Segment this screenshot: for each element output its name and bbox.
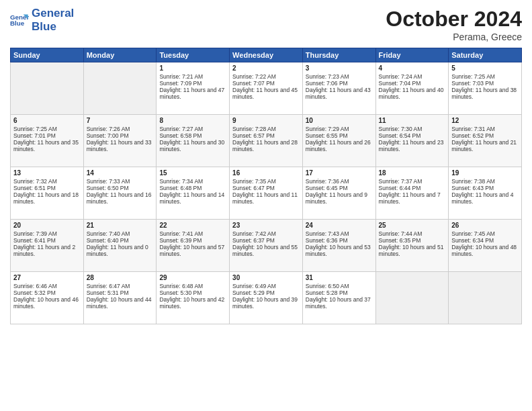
day-cell: 7Sunrise: 7:26 AMSunset: 7:00 PMDaylight…	[83, 115, 157, 167]
sunrise: Sunrise: 6:50 AM	[306, 283, 349, 289]
sunset: Sunset: 6:36 PM	[306, 237, 348, 244]
day-cell: 10Sunrise: 7:29 AMSunset: 6:55 PMDayligh…	[302, 115, 375, 167]
day-number: 31	[306, 274, 373, 281]
day-number: 12	[451, 117, 519, 124]
day-cell: 27Sunrise: 6:46 AMSunset: 5:32 PMDayligh…	[11, 272, 84, 324]
day-cell: 22Sunrise: 7:41 AMSunset: 6:39 PMDayligh…	[157, 220, 230, 272]
day-number: 27	[13, 274, 81, 281]
header: General Blue General Blue October 2024 P…	[10, 7, 522, 42]
day-header-friday: Friday	[375, 48, 449, 62]
daylight: Daylight: 10 hours and 39 minutes.	[232, 296, 298, 310]
day-cell: 14Sunrise: 7:33 AMSunset: 6:50 PMDayligh…	[83, 167, 157, 220]
sunset: Sunset: 6:41 PM	[13, 237, 56, 244]
daylight: Daylight: 11 hours and 43 minutes.	[306, 87, 371, 100]
sunrise: Sunrise: 7:31 AM	[451, 126, 495, 132]
daylight: Daylight: 11 hours and 45 minutes.	[232, 87, 298, 100]
day-number: 23	[232, 222, 300, 229]
day-header-thursday: Thursday	[302, 48, 375, 62]
daylight: Daylight: 11 hours and 28 minutes.	[232, 139, 298, 152]
month-title: October 2024	[386, 7, 522, 32]
sunrise: Sunrise: 7:27 AM	[159, 126, 203, 132]
sunset: Sunset: 7:04 PM	[379, 80, 421, 87]
sunset: Sunset: 7:07 PM	[232, 80, 275, 87]
day-cell: 29Sunrise: 6:48 AMSunset: 5:30 PMDayligh…	[157, 272, 230, 324]
day-cell: 12Sunrise: 7:31 AMSunset: 6:52 PMDayligh…	[449, 115, 522, 167]
sunset: Sunset: 7:00 PM	[87, 132, 129, 139]
daylight: Daylight: 10 hours and 37 minutes.	[306, 296, 371, 310]
sunset: Sunset: 6:34 PM	[451, 237, 494, 244]
day-header-sunday: Sunday	[11, 48, 84, 62]
daylight: Daylight: 10 hours and 42 minutes.	[159, 296, 224, 310]
day-number: 11	[379, 117, 446, 124]
day-cell: 20Sunrise: 7:39 AMSunset: 6:41 PMDayligh…	[11, 220, 84, 272]
week-row-5: 27Sunrise: 6:46 AMSunset: 5:32 PMDayligh…	[11, 272, 522, 324]
daylight: Daylight: 11 hours and 47 minutes.	[159, 87, 224, 100]
sunrise: Sunrise: 7:28 AM	[232, 126, 276, 132]
day-cell: 6Sunrise: 7:25 AMSunset: 7:01 PMDaylight…	[11, 115, 84, 167]
daylight: Daylight: 10 hours and 51 minutes.	[379, 244, 444, 257]
daylight: Daylight: 11 hours and 11 minutes.	[232, 191, 298, 205]
sunrise: Sunrise: 7:39 AM	[13, 230, 57, 237]
day-number: 8	[159, 117, 226, 124]
sunrise: Sunrise: 7:21 AM	[159, 73, 203, 80]
logo-blue: Blue	[32, 20, 74, 34]
sunrise: Sunrise: 6:46 AM	[13, 283, 57, 289]
day-cell: 1Sunrise: 7:21 AMSunset: 7:09 PMDaylight…	[157, 62, 230, 115]
day-cell: 23Sunrise: 7:42 AMSunset: 6:37 PMDayligh…	[230, 220, 303, 272]
sunrise: Sunrise: 7:44 AM	[379, 230, 423, 237]
day-number: 16	[232, 169, 300, 177]
day-number: 22	[159, 222, 226, 229]
day-cell: 19Sunrise: 7:38 AMSunset: 6:43 PMDayligh…	[449, 167, 522, 220]
day-cell: 28Sunrise: 6:47 AMSunset: 5:31 PMDayligh…	[83, 272, 157, 324]
week-row-4: 20Sunrise: 7:39 AMSunset: 6:41 PMDayligh…	[11, 220, 522, 272]
sunrise: Sunrise: 7:34 AM	[159, 178, 203, 185]
day-number: 21	[87, 222, 154, 229]
logo-general: General	[32, 7, 74, 20]
daylight: Daylight: 11 hours and 23 minutes.	[379, 139, 444, 152]
daylight: Daylight: 11 hours and 9 minutes.	[306, 191, 367, 205]
sunset: Sunset: 6:51 PM	[13, 185, 56, 191]
day-cell	[449, 272, 522, 324]
sunrise: Sunrise: 7:37 AM	[379, 178, 423, 185]
daylight: Daylight: 11 hours and 18 minutes.	[13, 191, 79, 205]
day-number: 14	[87, 169, 154, 177]
calendar-table: SundayMondayTuesdayWednesdayThursdayFrid…	[10, 48, 522, 324]
day-cell: 25Sunrise: 7:44 AMSunset: 6:35 PMDayligh…	[375, 220, 449, 272]
day-cell: 3Sunrise: 7:23 AMSunset: 7:06 PMDaylight…	[302, 62, 375, 115]
sunrise: Sunrise: 7:42 AM	[232, 230, 276, 237]
location-subtitle: Perama, Greece	[386, 32, 522, 42]
sunrise: Sunrise: 6:49 AM	[232, 283, 276, 289]
sunrise: Sunrise: 6:47 AM	[87, 283, 130, 289]
daylight: Daylight: 11 hours and 7 minutes.	[379, 191, 441, 205]
sunset: Sunset: 6:57 PM	[232, 132, 275, 139]
daylight: Daylight: 10 hours and 55 minutes.	[232, 244, 298, 257]
week-row-1: 1Sunrise: 7:21 AMSunset: 7:09 PMDaylight…	[11, 62, 522, 115]
day-cell: 13Sunrise: 7:32 AMSunset: 6:51 PMDayligh…	[11, 167, 84, 220]
day-cell: 15Sunrise: 7:34 AMSunset: 6:48 PMDayligh…	[157, 167, 230, 220]
daylight: Daylight: 11 hours and 26 minutes.	[306, 139, 371, 152]
day-number: 20	[13, 222, 81, 229]
sunset: Sunset: 6:35 PM	[379, 237, 421, 244]
sunrise: Sunrise: 7:29 AM	[306, 126, 349, 132]
day-number: 4	[379, 64, 446, 72]
day-cell: 2Sunrise: 7:22 AMSunset: 7:07 PMDaylight…	[230, 62, 303, 115]
title-block: October 2024 Perama, Greece	[386, 7, 522, 42]
sunset: Sunset: 5:29 PM	[232, 289, 275, 296]
sunset: Sunset: 6:50 PM	[87, 185, 129, 191]
daylight: Daylight: 10 hours and 44 minutes.	[87, 296, 152, 310]
sunset: Sunset: 6:44 PM	[379, 185, 421, 191]
calendar-page: General Blue General Blue October 2024 P…	[0, 0, 532, 411]
day-number: 10	[306, 117, 373, 124]
daylight: Daylight: 11 hours and 2 minutes.	[13, 244, 75, 257]
sunrise: Sunrise: 7:38 AM	[451, 178, 495, 185]
daylight: Daylight: 10 hours and 46 minutes.	[13, 296, 79, 310]
sunrise: Sunrise: 7:25 AM	[451, 73, 495, 80]
day-header-tuesday: Tuesday	[157, 48, 230, 62]
sunset: Sunset: 5:28 PM	[306, 289, 348, 296]
sunrise: Sunrise: 7:24 AM	[379, 73, 423, 80]
week-row-3: 13Sunrise: 7:32 AMSunset: 6:51 PMDayligh…	[11, 167, 522, 220]
day-number: 19	[451, 169, 519, 177]
sunset: Sunset: 7:06 PM	[306, 80, 348, 87]
sunset: Sunset: 6:37 PM	[232, 237, 275, 244]
sunrise: Sunrise: 7:23 AM	[306, 73, 349, 80]
